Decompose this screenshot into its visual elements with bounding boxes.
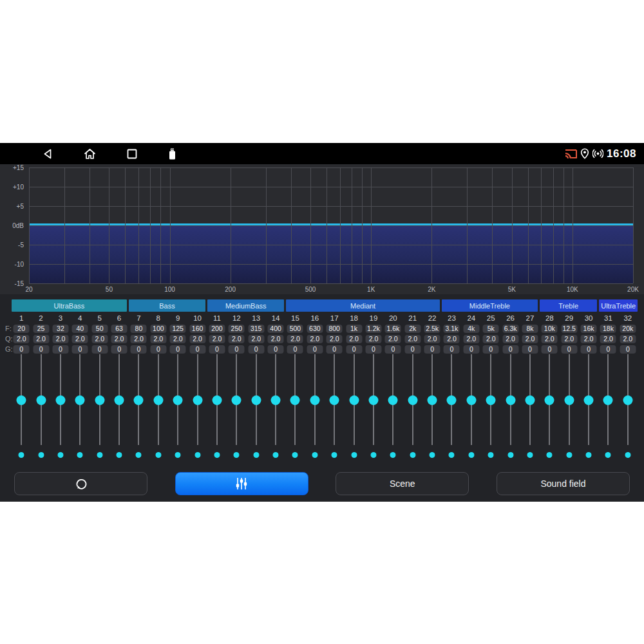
band-slider-knob[interactable] [36,395,46,405]
band-gain-value: 0 [502,345,518,354]
y-axis-tick-label: -15 [0,280,24,287]
band-number: 29 [565,314,573,323]
band-gain-value: 0 [620,345,636,354]
grid-hline [29,206,633,207]
band-number: 1 [19,314,23,323]
band-q-value: 2.0 [346,335,362,343]
band-group-row: UltraBassBassMediumBassMediantMiddleTreb… [12,299,638,312]
band-slider-knob[interactable] [388,395,398,405]
band-slider-knob[interactable] [75,395,85,405]
x-axis-tick-label: 10K [567,286,578,293]
equalizer-button[interactable] [175,472,308,495]
band-marker-dot [488,452,494,458]
band-q-value: 2.0 [209,335,225,343]
band-q-value: 2.0 [287,335,303,343]
band-slider-knob[interactable] [368,395,378,405]
band-slider-knob[interactable] [17,395,26,405]
home-icon[interactable] [84,148,96,160]
band-gain-value: 0 [404,345,421,354]
band-number: 14 [272,314,280,323]
band-marker-dot [507,452,513,458]
band-gain-value: 0 [229,345,245,354]
band-q-value: 2.0 [131,335,147,343]
band-column: 233.1k2.00 [442,314,461,461]
reset-button[interactable] [14,472,147,495]
band-frequency-value: 160 [189,325,205,333]
band-slider-knob[interactable] [603,395,613,405]
band-slider-knob[interactable] [466,395,476,405]
band-frequency-value: 20k [620,325,636,333]
band-slider-knob[interactable] [447,395,457,405]
band-slider-knob[interactable] [271,395,281,405]
band-slider-knob[interactable] [153,395,163,405]
band-q-value: 2.0 [561,335,577,343]
band-slider-knob[interactable] [310,395,319,405]
band-marker-dot [370,452,376,458]
band-slider-knob[interactable] [506,395,515,405]
band-number: 32 [623,314,632,323]
band-group-label: MiddleTreble [469,302,510,310]
band-number: 27 [526,314,535,323]
band-number: 7 [137,314,140,323]
band-column: 166302.00 [305,314,325,461]
band-slider-knob[interactable] [134,395,144,405]
band-frequency-value: 400 [268,325,284,333]
band-slider-knob[interactable] [251,395,261,405]
band-frequency-value: 800 [327,325,343,333]
band-frequency-value: 80 [131,325,147,333]
recents-icon[interactable] [127,149,137,159]
band-slider-knob[interactable] [584,395,594,405]
band-number: 18 [350,314,358,323]
band-slider-knob[interactable] [408,395,417,405]
band-slider-knob[interactable] [232,395,242,405]
band-slider-knob[interactable] [212,395,222,405]
band-gain-value: 0 [522,345,538,354]
band-marker-dot [351,452,357,458]
scene-button[interactable]: Scene [336,472,469,495]
band-slider-knob[interactable] [193,395,202,405]
band-frequency-value: 3.1k [444,325,460,333]
sound-field-button[interactable]: Sound field [497,472,630,495]
band-column: 278k2.00 [520,314,540,461]
band-q-value: 2.0 [111,335,128,343]
y-axis-tick-label: +10 [0,184,24,191]
band-slider-knob[interactable] [173,395,183,405]
band-marker-dot [586,452,592,458]
band-slider-knob[interactable] [486,395,496,405]
band-gain-value: 0 [561,345,577,354]
band-slider-knob[interactable] [428,395,437,405]
band-slider-knob[interactable] [623,395,632,405]
band-slider-knob[interactable] [290,395,300,405]
band-q-value: 2.0 [14,335,30,343]
band-frequency-value: 5k [483,325,499,333]
band-number: 8 [156,314,160,323]
band-slider-knob[interactable] [545,395,554,405]
band-frequency-value: 500 [287,325,303,333]
back-icon[interactable] [42,148,53,160]
band-frequency-value: 315 [248,325,264,333]
band-column: 201.6k2.00 [383,314,402,461]
band-gain-value: 0 [52,345,68,354]
band-marker-dot [19,452,24,458]
cast-icon [565,149,577,159]
band-slider-knob[interactable] [330,395,339,405]
band-column: 91252.00 [168,314,187,461]
x-axis-tick-label: 20K [627,286,639,293]
grid-vline [633,167,634,283]
band-slider-knob[interactable] [349,395,359,405]
band-column: 2810k2.00 [540,314,559,461]
equalizer-icon [234,477,249,491]
band-marker-dot [194,452,200,458]
band-q-value: 2.0 [620,335,636,343]
band-q-value: 2.0 [268,335,284,343]
equalizer-app-window: 16:08 +15+10+50dB-5-10-15 20501002005001… [0,143,644,502]
x-axis-tick-label: 2K [428,286,435,293]
band-slider-knob[interactable] [95,395,104,405]
band-slider-knob[interactable] [525,395,535,405]
band-slider-knob[interactable] [115,395,124,405]
band-slider-knob[interactable] [55,395,65,405]
band-number: 30 [585,314,593,323]
band-q-value: 2.0 [581,335,597,343]
band-slider-knob[interactable] [564,395,574,405]
band-gain-value: 0 [189,345,205,354]
